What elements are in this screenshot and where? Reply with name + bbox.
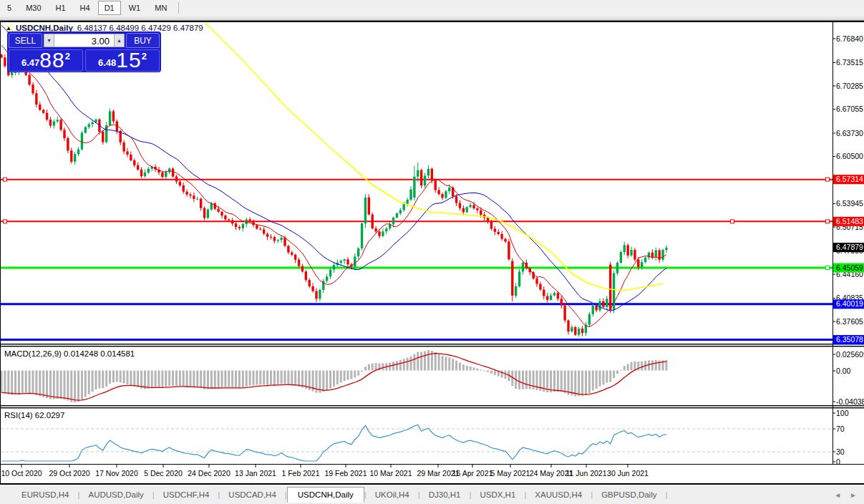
tf-button-mn[interactable]: MN: [148, 1, 173, 15]
svg-text:24 Dec 2020: 24 Dec 2020: [188, 469, 230, 478]
ma-slow-line: [205, 23, 664, 291]
timeframe-toolbar: 5M30H1H4D1W1MN: [0, 0, 864, 16]
svg-text:6.45059: 6.45059: [836, 263, 863, 272]
tab-usdcnh[interactable]: USDCNH,Daily: [287, 487, 364, 503]
buy-price-sup: 2: [142, 51, 147, 62]
terminal-window: 6.768406.735156.702856.670556.637306.605…: [0, 0, 864, 504]
svg-text:6.73515: 6.73515: [836, 58, 863, 67]
svg-text:29 Oct 2020: 29 Oct 2020: [49, 469, 89, 478]
toolbar-separator: [0, 16, 864, 21]
tabs-scroll-left-icon[interactable]: ◄: [834, 491, 841, 499]
tab-usdx[interactable]: USDX,H1: [471, 487, 524, 503]
line-anchor-marker: [4, 178, 7, 181]
svg-text:6.40019: 6.40019: [836, 299, 863, 308]
buy-button[interactable]: BUY: [126, 33, 160, 48]
tab-usdchf[interactable]: USDCHF,H4: [155, 487, 218, 503]
tab-divider: |: [665, 490, 667, 499]
macd-label: MACD(12,26,9) 0.014248 0.014581: [4, 349, 135, 358]
tf-button-h1[interactable]: H1: [49, 1, 72, 15]
svg-text:13 Jan 2021: 13 Jan 2021: [235, 469, 276, 478]
tab-audusd[interactable]: AUDUSD,Daily: [79, 487, 152, 503]
line-anchor-marker: [826, 220, 830, 223]
svg-text:6.51483: 6.51483: [836, 217, 863, 226]
buy-price-button[interactable]: 6.48 15 2: [85, 49, 160, 72]
candles-layer: [0, 54, 667, 336]
horizontal-level-lines[interactable]: [1, 178, 833, 339]
svg-text:6.70285: 6.70285: [836, 82, 863, 90]
sell-price-small: 6.47: [21, 57, 39, 68]
price-chart[interactable]: 6.768406.735156.702856.670556.637306.605…: [0, 0, 864, 504]
svg-text:10 Mar 2021: 10 Mar 2021: [370, 469, 412, 478]
svg-text:6.35078: 6.35078: [836, 335, 863, 344]
svg-text:0.025609: 0.025609: [836, 350, 864, 359]
tab-dj30[interactable]: DJ30,H1: [420, 487, 470, 503]
tab-gbpusd[interactable]: GBPUSD,Daily: [593, 487, 665, 503]
toolbar-divider: [178, 2, 179, 14]
volume-increase-icon[interactable]: ▲: [114, 34, 125, 47]
date-axis[interactable]: 10 Oct 202029 Oct 202017 Nov 20205 Dec 2…: [1, 465, 649, 478]
line-anchor-marker: [826, 178, 830, 181]
tf-button-d1[interactable]: D1: [98, 1, 121, 15]
svg-text:70: 70: [836, 425, 845, 433]
tab-xauusd[interactable]: XAUUSD,H4: [526, 487, 591, 503]
tf-button-m30[interactable]: M30: [19, 1, 47, 15]
sell-price-button[interactable]: 6.47 88 2: [9, 49, 83, 72]
tf-button-h4[interactable]: H4: [74, 1, 97, 15]
macd-histogram: [1, 350, 668, 402]
svg-text:6.60500: 6.60500: [836, 152, 863, 160]
tab-ukoil[interactable]: UKOil,H4: [367, 487, 418, 503]
sell-price-sup: 2: [65, 51, 70, 62]
line-anchor-marker: [731, 220, 734, 223]
svg-text:0.00: 0.00: [836, 367, 851, 375]
svg-text:10 Oct 2020: 10 Oct 2020: [1, 469, 42, 478]
svg-text:-0.040386: -0.040386: [836, 397, 864, 406]
macd-values: 0.014248 0.014581: [64, 349, 135, 358]
sell-button[interactable]: SELL: [9, 33, 42, 48]
rsi-line: [1, 425, 666, 462]
svg-text:16 Apr 2021: 16 Apr 2021: [452, 469, 493, 478]
sell-price-big: 88: [39, 50, 64, 70]
svg-text:6.63730: 6.63730: [836, 129, 863, 137]
svg-text:6.53945: 6.53945: [836, 199, 863, 208]
tf-button-5[interactable]: 5: [1, 1, 18, 15]
rsi-value: 62.0297: [35, 411, 65, 420]
svg-text:6.47879: 6.47879: [836, 243, 863, 251]
rsi-label: RSI(14) 62.0297: [4, 411, 64, 420]
collapse-icon[interactable]: ▲: [6, 25, 11, 32]
svg-text:30 Jun 2021: 30 Jun 2021: [607, 469, 649, 478]
volume-decrease-icon[interactable]: ▼: [44, 34, 54, 47]
svg-text:100: 100: [836, 409, 849, 417]
one-click-trade-panel: SELL ▼ 3.00 ▲ BUY 6.47 88 2 6.48 15 2: [7, 32, 161, 72]
svg-text:6.57314: 6.57314: [836, 175, 863, 183]
tab-usdcad[interactable]: USDCAD,H4: [220, 487, 284, 503]
svg-text:6.37605: 6.37605: [836, 317, 863, 326]
symbol-tab-bar: EURUSD,H4|AUDUSD,Daily|USDCHF,H4|USDCAD,…: [0, 485, 864, 504]
svg-text:6.76840: 6.76840: [836, 34, 863, 43]
svg-text:5 Dec 2020: 5 Dec 2020: [144, 469, 183, 478]
buy-price-small: 6.48: [98, 57, 116, 68]
price-axis[interactable]: 6.768406.735156.702856.670556.637306.605…: [833, 34, 864, 466]
svg-text:19 Feb 2021: 19 Feb 2021: [325, 469, 367, 478]
buy-price-big: 15: [116, 50, 141, 70]
svg-text:1 Feb 2021: 1 Feb 2021: [281, 469, 319, 478]
svg-text:11 Jun 2021: 11 Jun 2021: [566, 469, 606, 478]
line-anchor-marker: [826, 266, 830, 270]
line-anchor-marker: [4, 220, 7, 223]
ma-fast-line: [1, 45, 666, 326]
tabs-scroll-right-icon[interactable]: ►: [850, 491, 857, 499]
volume-input[interactable]: 3.00: [54, 34, 114, 47]
svg-text:0: 0: [836, 457, 840, 466]
tab-eurusd[interactable]: EURUSD,H4: [13, 487, 77, 503]
svg-text:5 May 2021: 5 May 2021: [491, 469, 530, 478]
svg-text:17 Nov 2020: 17 Nov 2020: [95, 469, 138, 478]
tf-button-w1[interactable]: W1: [122, 1, 147, 15]
svg-text:30: 30: [836, 447, 845, 456]
svg-text:6.67055: 6.67055: [836, 105, 863, 113]
